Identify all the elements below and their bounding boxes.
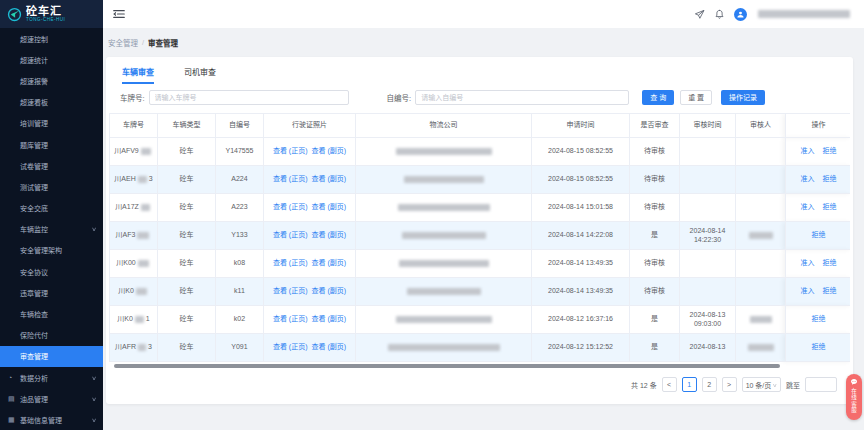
reject-link[interactable]: 拒绝 <box>823 175 837 182</box>
sidebar-item-insurance-payment[interactable]: 保险代付 <box>0 325 103 346</box>
tab-driver-audit[interactable]: 司机审查 <box>184 66 216 84</box>
view-front-link[interactable]: 查看 (正页) <box>273 147 308 154</box>
sidebar-item-overspeed-board[interactable]: 超速看板 <box>0 92 103 113</box>
view-back-link[interactable]: 查看 (副页) <box>312 231 347 238</box>
sidebar-item-oil-mgmt[interactable]: ▤油品管理∨ <box>0 388 103 409</box>
prev-page-button[interactable]: < <box>662 377 677 392</box>
sidebar-item-label: 培训管理 <box>20 118 48 128</box>
sidebar-item-training-mgmt[interactable]: 培训管理 <box>0 113 103 134</box>
approve-link[interactable]: 准入 <box>801 259 815 266</box>
operation-log-button[interactable]: 操作记录 <box>721 90 765 105</box>
sidebar-item-exam-paper-mgmt[interactable]: 试卷管理 <box>0 155 103 176</box>
vehicle-type-cell: 砼车 <box>158 222 216 250</box>
approve-link[interactable]: 准入 <box>801 203 815 210</box>
user-avatar[interactable] <box>734 8 747 21</box>
redacted-text <box>404 176 484 183</box>
next-page-button[interactable]: > <box>722 377 737 392</box>
redacted-text <box>750 316 772 323</box>
page-button-2[interactable]: 2 <box>702 377 717 392</box>
horizontal-scrollbar[interactable] <box>114 364 780 368</box>
sidebar-item-data-analysis[interactable]: ◔数据分析∨ <box>0 367 103 388</box>
jump-label: 跳至 <box>786 380 800 390</box>
sidebar-item-overspeed-control[interactable]: 超速控制 <box>0 28 103 49</box>
license-photo-cell: 查看 (正页)查看 (副页) <box>264 334 356 362</box>
column-header: 操作 <box>786 114 851 138</box>
reviewer-cell <box>736 334 786 362</box>
sidebar-item-question-bank[interactable]: 题库管理 <box>0 134 103 155</box>
sidebar-item-overspeed-stats[interactable]: 超速统计 <box>0 49 103 70</box>
actions-cell: 拒绝 <box>786 222 851 250</box>
review-time-cell <box>680 278 736 306</box>
column-header: 审核时间 <box>680 114 736 138</box>
sidebar-item-label: 安全管理架构 <box>20 245 62 255</box>
approve-link[interactable]: 准入 <box>801 175 815 182</box>
search-button[interactable]: 查 询 <box>642 90 674 105</box>
sidebar-item-safety-structure[interactable]: 安全管理架构 <box>0 240 103 261</box>
column-header: 自编号 <box>216 114 264 138</box>
sidebar-item-basic-info-mgmt[interactable]: ▦基础信息管理∨ <box>0 409 103 430</box>
license-photo-cell: 查看 (正页)查看 (副页) <box>264 306 356 334</box>
view-front-link[interactable]: 查看 (正页) <box>273 343 308 350</box>
sidebar-item-safety-agreement[interactable]: 安全协议 <box>0 261 103 282</box>
column-header: 车辆类型 <box>158 114 216 138</box>
sidebar-item-violation-mgmt[interactable]: 违章管理 <box>0 282 103 303</box>
view-front-link[interactable]: 查看 (正页) <box>273 315 308 322</box>
review-time-cell <box>680 250 736 278</box>
view-back-link[interactable]: 查看 (副页) <box>312 147 347 154</box>
reject-link[interactable]: 拒绝 <box>823 287 837 294</box>
reject-link[interactable]: 拒绝 <box>823 203 837 210</box>
sidebar-item-overspeed-alarm[interactable]: 超速报警 <box>0 70 103 91</box>
approve-link[interactable]: 准入 <box>801 287 815 294</box>
reject-link[interactable]: 拒绝 <box>812 343 826 350</box>
table-row: 川K01砼车k02查看 (正页)查看 (副页)2024-08-12 16:37:… <box>110 306 851 334</box>
sidebar-item-label: 数据分析 <box>20 373 48 383</box>
reject-link[interactable]: 拒绝 <box>823 147 837 154</box>
page-button-1[interactable]: 1 <box>682 377 697 392</box>
sidebar-item-vehicle-monitor[interactable]: 车辆监控∨ <box>0 219 103 240</box>
plate-input[interactable] <box>149 90 349 105</box>
approve-link[interactable]: 准入 <box>801 147 815 154</box>
reject-link[interactable]: 拒绝 <box>812 315 826 322</box>
view-back-link[interactable]: 查看 (副页) <box>312 203 347 210</box>
reject-link[interactable]: 拒绝 <box>823 259 837 266</box>
redacted-text <box>396 316 492 323</box>
reset-button[interactable]: 重 置 <box>680 90 712 105</box>
view-front-link[interactable]: 查看 (正页) <box>273 259 308 266</box>
view-back-link[interactable]: 查看 (副页) <box>312 343 347 350</box>
table-header-row: 车牌号车辆类型自编号行驶证照片物流公司申请时间是否审查审核时间审核人操作 <box>110 114 851 138</box>
code-input[interactable] <box>415 90 629 105</box>
sidebar-item-label: 保险代付 <box>20 330 48 340</box>
view-back-link[interactable]: 查看 (副页) <box>312 315 347 322</box>
license-photo-cell: 查看 (正页)查看 (副页) <box>264 278 356 306</box>
send-icon[interactable] <box>694 9 705 20</box>
breadcrumb: 安全管理 / 审查管理 <box>103 28 864 57</box>
sidebar-collapse-icon[interactable] <box>113 9 125 19</box>
sidebar-item-audit-mgmt[interactable]: 审查管理 <box>0 346 103 367</box>
sidebar-item-vehicle-inspection[interactable]: 车辆检查 <box>0 303 103 324</box>
sidebar-item-test-mgmt[interactable]: 测试管理 <box>0 176 103 197</box>
view-front-link[interactable]: 查看 (正页) <box>273 175 308 182</box>
review-time-cell <box>680 194 736 222</box>
reviewer-cell <box>736 306 786 334</box>
grid-icon: ▦ <box>8 416 16 424</box>
jump-page-input[interactable] <box>805 377 837 392</box>
sidebar-item-label: 超速统计 <box>20 55 48 65</box>
apply-time-cell: 2024-08-14 13:49:35 <box>532 250 630 278</box>
sidebar-item-safety-briefing[interactable]: 安全交底 <box>0 198 103 219</box>
reject-link[interactable]: 拒绝 <box>812 231 826 238</box>
page-size-select[interactable]: 10 条/页 ∨ <box>742 377 781 392</box>
view-back-link[interactable]: 查看 (副页) <box>312 175 347 182</box>
bell-icon[interactable] <box>714 9 725 20</box>
plate-cell: 川AFR3 <box>110 334 158 362</box>
view-front-link[interactable]: 查看 (正页) <box>273 203 308 210</box>
view-back-link[interactable]: 查看 (副页) <box>312 259 347 266</box>
sidebar: 砼车汇 TONG-CHE-HUI 超速控制超速统计超速报警超速看板培训管理题库管… <box>0 0 103 430</box>
view-front-link[interactable]: 查看 (正页) <box>273 287 308 294</box>
view-front-link[interactable]: 查看 (正页) <box>273 231 308 238</box>
redacted-text <box>402 232 486 239</box>
apply-time-cell: 2024-08-14 15:01:58 <box>532 194 630 222</box>
online-service-button[interactable]: 在线客服 <box>846 374 862 420</box>
review-time-cell: 2024-08-1309:03:00 <box>680 306 736 334</box>
view-back-link[interactable]: 查看 (副页) <box>312 287 347 294</box>
tab-vehicle-audit[interactable]: 车辆审查 <box>122 66 154 84</box>
